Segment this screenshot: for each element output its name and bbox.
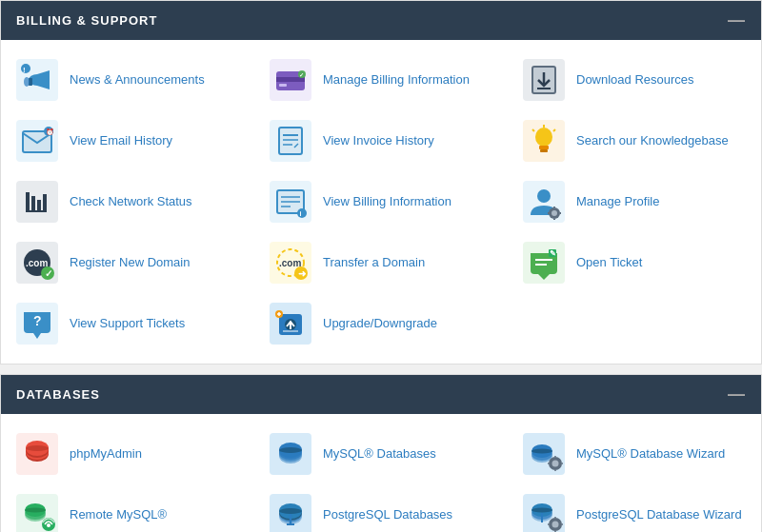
menu-item-mysql-wizard[interactable]: MySQL® Database Wizard	[508, 424, 761, 484]
mysql-icon	[270, 433, 311, 475]
menu-item-news[interactable]: ! News & Announcements	[1, 49, 254, 110]
svg-text:.com: .com	[279, 258, 301, 268]
svg-point-97	[279, 447, 302, 453]
menu-item-knowledgebase[interactable]: Search our Knowledgebase	[508, 110, 761, 171]
svg-rect-39	[26, 192, 30, 211]
menu-item-invoice-history[interactable]: View Invoice History	[254, 110, 508, 171]
mysql-label: MySQL® Databases	[323, 446, 436, 463]
menu-item-email-history[interactable]: ⏰ View Email History	[1, 110, 254, 171]
invoice-history-label: View Invoice History	[323, 133, 434, 149]
menu-item-postgresql[interactable]: PostgreSQL Databases	[254, 484, 508, 532]
upgrade-icon	[270, 303, 311, 345]
domain-icon: .com ✓	[16, 242, 58, 284]
postgresql-wizard-icon	[523, 494, 565, 532]
mysql-wizard-icon	[523, 433, 565, 475]
manage-billing-label: Manage Billing Information	[323, 72, 470, 89]
menu-item-phpmyadmin[interactable]: phpMyAdmin	[1, 424, 254, 484]
download-label: Download Resources	[576, 72, 694, 89]
svg-point-91	[26, 445, 49, 451]
billing-support-section: BILLING & SUPPORT — ! News & Announcemen…	[0, 0, 762, 365]
svg-text:.com: .com	[26, 258, 48, 268]
phpmyadmin-label: phpMyAdmin	[70, 446, 142, 463]
svg-rect-40	[31, 196, 35, 211]
upgrade-label: Upgrade/Downgrade	[323, 316, 437, 332]
databases-section: DATABASES — phpMyAdmin	[0, 374, 762, 532]
svg-point-115	[47, 523, 50, 527]
svg-point-50	[297, 208, 307, 218]
svg-line-36	[532, 129, 534, 131]
svg-text:✓: ✓	[299, 72, 304, 78]
creditcard-icon: ✓	[270, 59, 311, 101]
phpmyadmin-icon	[16, 433, 58, 475]
network-icon	[16, 181, 58, 223]
svg-line-37	[553, 129, 555, 131]
databases-header: DATABASES —	[1, 375, 761, 414]
billing-support-grid: ! News & Announcements ✓ Manage Billing …	[1, 40, 761, 364]
svg-rect-41	[37, 200, 41, 211]
remote-mysql-label: Remote MySQL®	[70, 507, 167, 523]
postgresql-icon	[270, 494, 311, 532]
support-tickets-label: View Support Tickets	[70, 316, 185, 332]
menu-item-register-domain[interactable]: .com ✓ Register New Domain	[1, 232, 254, 293]
transfer-icon: .com ➜	[270, 242, 311, 284]
network-status-label: Check Network Status	[70, 194, 192, 210]
svg-rect-11	[279, 84, 287, 87]
svg-rect-42	[43, 194, 47, 211]
menu-item-support-tickets[interactable]: ? View Support Tickets	[1, 293, 254, 354]
menu-item-upgrade[interactable]: Upgrade/Downgrade	[254, 293, 508, 354]
postgresql-wizard-label: PostgreSQL Database Wizard	[576, 507, 742, 523]
databases-grid: phpMyAdmin MySQL® Databases	[1, 414, 761, 532]
billing-support-title: BILLING & SUPPORT	[16, 13, 157, 28]
menu-item-open-ticket[interactable]: ✎ Open Ticket	[508, 232, 761, 293]
svg-rect-25	[279, 128, 302, 154]
transfer-domain-label: Transfer a Domain	[323, 255, 425, 271]
menu-item-profile[interactable]: Manage Profile	[508, 171, 761, 232]
mysql-wizard-label: MySQL® Database Wizard	[576, 446, 725, 463]
billing-support-collapse[interactable]: —	[728, 10, 746, 30]
svg-text:i: i	[300, 210, 302, 217]
register-domain-label: Register New Domain	[70, 255, 190, 271]
support-icon: ?	[16, 303, 58, 345]
svg-text:!: !	[23, 66, 26, 74]
svg-text:✓: ✓	[45, 268, 52, 279]
menu-item-network-status[interactable]: Check Network Status	[1, 171, 254, 232]
megaphone-icon: !	[16, 59, 58, 101]
billing-support-header: BILLING & SUPPORT —	[1, 1, 761, 40]
svg-text:?: ?	[33, 313, 42, 328]
menu-item-download[interactable]: Download Resources	[508, 49, 761, 110]
view-billing-label: View Billing Information	[323, 194, 451, 210]
bulb-icon	[523, 120, 565, 162]
knowledgebase-label: Search our Knowledgebase	[576, 133, 729, 149]
svg-point-102	[531, 449, 552, 454]
remote-mysql-icon	[16, 494, 58, 532]
svg-point-128	[531, 508, 552, 513]
menu-item-view-billing[interactable]: i View Billing Information	[254, 171, 508, 232]
svg-point-32	[535, 128, 552, 147]
svg-point-104	[552, 461, 559, 467]
open-ticket-label: Open Ticket	[576, 255, 642, 271]
databases-collapse[interactable]: —	[728, 384, 746, 404]
profile-icon	[523, 181, 565, 223]
svg-text:✎: ✎	[550, 249, 556, 258]
menu-item-mysql[interactable]: MySQL® Databases	[254, 424, 508, 484]
menu-item-manage-billing[interactable]: ✓ Manage Billing Information	[254, 49, 508, 110]
billinginfo-icon: i	[270, 181, 311, 223]
ticket-icon: ✎	[523, 242, 565, 284]
news-label: News & Announcements	[70, 72, 205, 89]
menu-item-transfer-domain[interactable]: .com ➜ Transfer a Domain	[254, 232, 508, 293]
svg-point-55	[551, 210, 557, 216]
svg-text:➜: ➜	[298, 268, 307, 279]
svg-point-53	[537, 189, 551, 203]
download-icon	[523, 59, 565, 101]
email-history-label: View Email History	[70, 133, 172, 149]
svg-point-121	[279, 508, 302, 514]
email-icon: ⏰	[16, 120, 58, 162]
menu-item-postgresql-wizard[interactable]: PostgreSQL Database Wizard	[508, 484, 761, 532]
postgresql-label: PostgreSQL Databases	[323, 507, 452, 523]
menu-item-remote-mysql[interactable]: Remote MySQL®	[1, 484, 254, 532]
svg-rect-33	[539, 146, 549, 149]
svg-point-113	[25, 508, 46, 513]
svg-point-5	[24, 77, 30, 87]
svg-text:⏰: ⏰	[46, 128, 54, 136]
svg-rect-34	[540, 149, 548, 152]
